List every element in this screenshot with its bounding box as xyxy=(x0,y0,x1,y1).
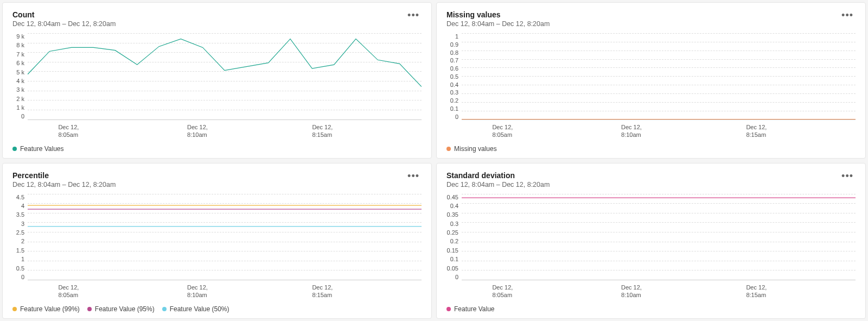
chart-area: 10.90.80.70.60.50.40.30.20.10 xyxy=(446,33,856,120)
panel-title: Standard deviation xyxy=(446,171,550,180)
legend-item[interactable]: Feature Value (99%) xyxy=(12,305,80,313)
chart-area: 4.543.532.521.510.50 xyxy=(12,194,422,281)
plot[interactable] xyxy=(28,33,422,120)
x-tick: Dec 12,8:10am xyxy=(187,123,208,139)
legend-label: Feature Value (50%) xyxy=(170,305,229,313)
ellipsis-icon: ••• xyxy=(841,10,853,21)
x-tick: Dec 12,8:15am xyxy=(312,123,333,139)
y-tick: 5 k xyxy=(16,69,24,75)
panel-subtitle: Dec 12, 8:04am – Dec 12, 8:20am xyxy=(446,20,550,28)
y-axis: 10.90.80.70.60.50.40.30.20.10 xyxy=(446,33,462,120)
y-axis: 0.450.40.350.30.250.20.150.10.050 xyxy=(446,194,462,281)
legend-item[interactable]: Missing values xyxy=(446,145,497,153)
panel-subtitle: Dec 12, 8:04am – Dec 12, 8:20am xyxy=(12,20,116,28)
legend: Feature Value (99%)Feature Value (95%)Fe… xyxy=(12,305,422,313)
x-axis: Dec 12,8:05amDec 12,8:10amDec 12,8:15am xyxy=(31,123,422,139)
x-tick: Dec 12,8:05am xyxy=(492,123,513,139)
y-tick: 0.8 xyxy=(450,49,458,56)
y-tick: 8 k xyxy=(16,42,24,48)
legend-swatch-icon xyxy=(12,147,17,151)
panel-menu-button[interactable]: ••• xyxy=(405,171,422,181)
legend-item[interactable]: Feature Value xyxy=(446,305,495,313)
legend: Feature Values xyxy=(12,145,422,153)
y-tick: 0.7 xyxy=(450,57,458,64)
panel-missing: Missing values Dec 12, 8:04am – Dec 12, … xyxy=(436,2,866,159)
legend-label: Feature Value (99%) xyxy=(20,305,80,313)
ellipsis-icon: ••• xyxy=(407,171,419,181)
y-axis: 9 k8 k7 k6 k5 k4 k3 k2 k1 k0 xyxy=(12,33,28,120)
chart-grid: Count Dec 12, 8:04am – Dec 12, 8:20am ••… xyxy=(0,0,868,321)
y-tick: 3.5 xyxy=(16,211,24,218)
x-tick: Dec 12,8:05am xyxy=(58,123,79,139)
plot[interactable] xyxy=(462,194,856,281)
panel-menu-button[interactable]: ••• xyxy=(405,10,422,20)
x-tick: Dec 12,8:15am xyxy=(746,284,767,299)
y-tick: 2 k xyxy=(16,96,24,102)
y-tick: 1 xyxy=(455,33,458,40)
panel-title: Percentile xyxy=(12,171,116,180)
y-tick: 4 xyxy=(21,203,24,209)
plot[interactable] xyxy=(28,194,422,281)
y-tick: 1.5 xyxy=(16,247,24,254)
legend-swatch-icon xyxy=(446,307,451,311)
y-tick: 0.1 xyxy=(450,105,458,112)
x-tick: Dec 12,8:10am xyxy=(621,284,642,299)
x-tick: Dec 12,8:15am xyxy=(312,284,333,299)
x-axis: Dec 12,8:05amDec 12,8:10amDec 12,8:15am xyxy=(465,284,856,299)
legend-label: Feature Value xyxy=(454,305,495,313)
legend-swatch-icon xyxy=(446,147,451,151)
y-tick: 0 xyxy=(21,274,24,280)
panel-menu-button[interactable]: ••• xyxy=(839,171,856,181)
legend-item[interactable]: Feature Values xyxy=(12,145,64,153)
chart-area: 0.450.40.350.30.250.20.150.10.050 xyxy=(446,194,856,281)
panel-count: Count Dec 12, 8:04am – Dec 12, 8:20am ••… xyxy=(2,2,432,159)
ellipsis-icon: ••• xyxy=(407,10,419,21)
legend-label: Feature Values xyxy=(20,145,64,153)
ellipsis-icon: ••• xyxy=(841,171,853,181)
x-tick: Dec 12,8:05am xyxy=(492,284,513,299)
legend-item[interactable]: Feature Value (95%) xyxy=(87,305,155,313)
y-tick: 0.25 xyxy=(447,229,458,236)
panel-subtitle: Dec 12, 8:04am – Dec 12, 8:20am xyxy=(446,181,550,188)
legend: Missing values xyxy=(446,145,856,153)
panel-percentile: Percentile Dec 12, 8:04am – Dec 12, 8:20… xyxy=(2,163,432,319)
y-tick: 7 k xyxy=(16,51,24,58)
legend-swatch-icon xyxy=(87,307,92,311)
x-tick: Dec 12,8:10am xyxy=(621,123,642,139)
y-tick: 0.1 xyxy=(450,256,458,262)
x-axis: Dec 12,8:05amDec 12,8:10amDec 12,8:15am xyxy=(465,123,856,139)
plot[interactable] xyxy=(462,33,856,120)
y-tick: 0.45 xyxy=(447,194,458,200)
y-tick: 3 k xyxy=(16,86,24,93)
x-tick: Dec 12,8:15am xyxy=(746,123,767,139)
y-tick: 0.15 xyxy=(447,247,458,254)
legend-label: Feature Value (95%) xyxy=(95,305,155,313)
panel-menu-button[interactable]: ••• xyxy=(839,10,856,20)
panel-stddev: Standard deviation Dec 12, 8:04am – Dec … xyxy=(436,163,866,319)
y-tick: 1 xyxy=(21,256,24,262)
y-tick: 6 k xyxy=(16,60,24,66)
y-tick: 0 xyxy=(455,274,458,280)
legend-swatch-icon xyxy=(162,307,167,311)
y-tick: 4.5 xyxy=(16,194,24,200)
y-tick: 0.2 xyxy=(450,97,458,104)
legend: Feature Value xyxy=(446,305,856,313)
y-tick: 2 xyxy=(21,238,24,244)
y-tick: 0.35 xyxy=(447,211,458,218)
panel-title: Count xyxy=(12,10,116,19)
y-axis: 4.543.532.521.510.50 xyxy=(12,194,28,281)
y-tick: 0 xyxy=(21,113,24,119)
x-axis: Dec 12,8:05amDec 12,8:10amDec 12,8:15am xyxy=(31,284,422,299)
legend-item[interactable]: Feature Value (50%) xyxy=(162,305,229,313)
y-tick: 0.3 xyxy=(450,89,458,96)
y-tick: 0.05 xyxy=(447,265,458,272)
x-tick: Dec 12,8:10am xyxy=(187,284,208,299)
panel-title: Missing values xyxy=(446,10,550,19)
y-tick: 0.9 xyxy=(450,41,458,48)
y-tick: 4 k xyxy=(16,78,24,84)
y-tick: 2.5 xyxy=(16,229,24,236)
legend-swatch-icon xyxy=(12,307,17,311)
y-tick: 0.6 xyxy=(450,65,458,72)
panel-subtitle: Dec 12, 8:04am – Dec 12, 8:20am xyxy=(12,181,116,188)
y-tick: 0.4 xyxy=(450,81,458,88)
